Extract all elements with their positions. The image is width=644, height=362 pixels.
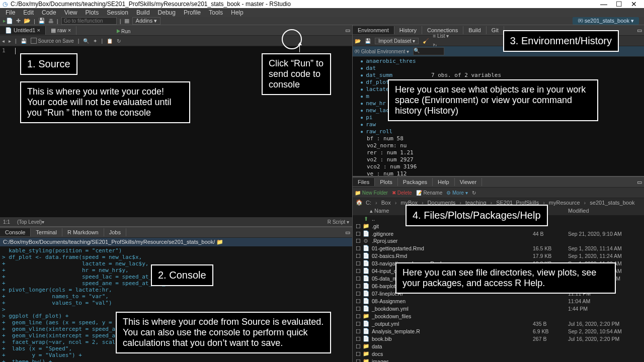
- tab-packages[interactable]: Packages: [398, 178, 433, 186]
- console-output[interactable]: kable_styling(position = "center") > df_…: [0, 246, 352, 362]
- env-item[interactable]: dat: [353, 65, 644, 72]
- file-checkbox[interactable]: ☐: [356, 291, 362, 297]
- menu-plots[interactable]: Plots: [82, 8, 103, 17]
- print-icon[interactable]: 🖶: [48, 18, 54, 24]
- file-row[interactable]: ☐📄book.bib267 BJul 16, 2020, 2:20 PM: [353, 335, 644, 342]
- file-checkbox[interactable]: ☐: [356, 238, 362, 244]
- tab-jobs[interactable]: Jobs: [104, 228, 126, 236]
- file-row[interactable]: ☐⚙.Rproj.user: [353, 237, 644, 244]
- file-checkbox[interactable]: ☐: [356, 268, 362, 274]
- tab-plots[interactable]: Plots: [375, 178, 397, 186]
- tab-files[interactable]: Files: [353, 178, 375, 186]
- env-scope[interactable]: 🄡 Global Environment ▾: [355, 49, 409, 54]
- file-row[interactable]: ☐📁data: [353, 342, 644, 350]
- nav-back-icon[interactable]: ◂: [2, 38, 5, 44]
- source-on-save-check[interactable]: Source on Save: [31, 38, 74, 44]
- home-icon[interactable]: 🏠: [356, 199, 363, 206]
- rerun-icon[interactable]: ↻: [117, 38, 350, 44]
- menu-build[interactable]: Build: [133, 8, 153, 17]
- open-file-icon[interactable]: 📂: [24, 18, 31, 24]
- new-file-icon[interactable]: ▸📄: [3, 18, 13, 24]
- maximize-button[interactable]: ☐: [611, 0, 626, 8]
- tab-environment[interactable]: Environment: [353, 26, 394, 34]
- tab-rmarkdown[interactable]: R Markdown: [62, 228, 104, 236]
- env-item[interactable]: raw_roll: [353, 128, 644, 135]
- new-project-icon[interactable]: ✚: [16, 18, 21, 24]
- file-checkbox[interactable]: ☐: [356, 223, 362, 229]
- crumb-item[interactable]: se201_stats_book: [590, 200, 634, 206]
- file-row[interactable]: ☐📄02-basics.Rmd17.9 KBSep 1, 2020, 11:24…: [353, 252, 644, 259]
- save-icon[interactable]: 💾: [21, 38, 27, 44]
- tab-terminal[interactable]: Terminal: [31, 228, 62, 236]
- menu-session[interactable]: Session: [103, 8, 132, 17]
- menu-debug[interactable]: Debug: [154, 8, 179, 17]
- env-item[interactable]: anaerobic_thres: [353, 58, 644, 65]
- menu-tools[interactable]: Tools: [205, 8, 226, 17]
- file-checkbox[interactable]: ☐: [356, 306, 362, 312]
- pane-max-icon[interactable]: ▭: [343, 229, 352, 236]
- file-row[interactable]: ☐📁images: [353, 357, 644, 362]
- file-checkbox[interactable]: ☐: [356, 351, 362, 357]
- file-row[interactable]: ☐📄_bookdown.yml1:44 PM: [353, 305, 644, 312]
- file-checkbox[interactable]: ☐: [356, 276, 362, 282]
- file-checkbox[interactable]: ☐: [356, 260, 362, 266]
- refresh-files-icon[interactable]: ↻: [472, 190, 642, 196]
- file-checkbox[interactable]: ☐: [356, 328, 362, 334]
- file-checkbox[interactable]: ☐: [356, 253, 362, 259]
- file-checkbox[interactable]: ☐: [356, 245, 362, 251]
- grid-icon[interactable]: ▦: [124, 18, 129, 24]
- file-row[interactable]: ☐📄_output.yml435 BJul 16, 2020, 2:20 PM: [353, 320, 644, 327]
- file-row[interactable]: ☐📁docs: [353, 350, 644, 357]
- file-checkbox[interactable]: ☐: [356, 336, 362, 342]
- env-search[interactable]: 🔍: [413, 47, 444, 55]
- menu-view[interactable]: View: [61, 8, 81, 17]
- tab-viewer[interactable]: Viewer: [455, 178, 482, 186]
- nav-fwd-icon[interactable]: ▸: [9, 38, 11, 44]
- env-item[interactable]: raw: [353, 121, 644, 128]
- file-checkbox[interactable]: ☐: [356, 343, 362, 349]
- run-button[interactable]: Run: [117, 29, 350, 34]
- close-button[interactable]: ✕: [626, 0, 641, 8]
- file-row[interactable]: ☐📄01-gettingstarted.Rmd16.5 KBSep 1, 202…: [353, 244, 644, 252]
- file-checkbox[interactable]: ☐: [356, 313, 362, 319]
- rename-button[interactable]: 📝 Rename: [416, 190, 443, 196]
- broom-icon[interactable]: 🧹: [423, 38, 429, 44]
- load-icon[interactable]: 📂: [355, 38, 361, 44]
- file-checkbox[interactable]: ☐: [356, 283, 362, 289]
- env-item[interactable]: dat_summ7 obs. of 2 variables: [353, 72, 644, 79]
- import-dataset-button[interactable]: Import Dataset ▾: [375, 38, 419, 44]
- menu-profile[interactable]: Profile: [180, 8, 204, 17]
- find-icon[interactable]: 🔍: [83, 38, 89, 44]
- save-all-icon[interactable]: 💾: [38, 18, 45, 24]
- wand-icon[interactable]: ✦: [93, 38, 97, 44]
- pane-max-icon[interactable]: ▭: [635, 27, 644, 34]
- crumb-item[interactable]: Box: [381, 200, 391, 206]
- file-row[interactable]: ☐📄08-Assignmen11:04 AM: [353, 297, 644, 305]
- tab-raw[interactable]: ▦ raw ×: [46, 26, 76, 35]
- tab-history[interactable]: History: [394, 26, 422, 34]
- addins-button[interactable]: Addins ▾: [132, 17, 161, 25]
- project-badge[interactable]: 🄡 se201_stats_book ▾: [573, 17, 639, 25]
- delete-button[interactable]: ✖ Delete: [392, 190, 412, 196]
- menu-edit[interactable]: Edit: [20, 8, 37, 17]
- pane-max-icon[interactable]: ▭: [635, 179, 644, 186]
- goto-input[interactable]: [61, 17, 117, 25]
- tab-console[interactable]: Console: [0, 228, 31, 236]
- file-row[interactable]: ☐📄.gitignore44 BSep 21, 2020, 9:10 AM: [353, 230, 644, 237]
- crumb-item[interactable]: C:: [366, 200, 371, 206]
- more-button[interactable]: ⚙ More ▾: [446, 190, 467, 196]
- file-row[interactable]: ☐📁_bookdown_files: [353, 312, 644, 320]
- file-checkbox[interactable]: ☐: [356, 321, 362, 327]
- file-checkbox[interactable]: ☐: [356, 358, 362, 363]
- save-env-icon[interactable]: 💾: [365, 38, 371, 44]
- menu-file[interactable]: File: [2, 8, 19, 17]
- minimize-button[interactable]: —: [596, 0, 611, 8]
- file-checkbox[interactable]: ☐: [356, 298, 362, 304]
- editor-cursor[interactable]: [15, 48, 16, 54]
- tab-help[interactable]: Help: [433, 178, 455, 186]
- menu-help[interactable]: Help: [227, 8, 247, 17]
- tab-untitled1[interactable]: 📄 Untitled1 ×: [0, 26, 46, 35]
- compile-icon[interactable]: 📋: [107, 38, 113, 44]
- file-checkbox[interactable]: ☐: [356, 231, 362, 237]
- crumb-item[interactable]: myResource: [549, 200, 580, 206]
